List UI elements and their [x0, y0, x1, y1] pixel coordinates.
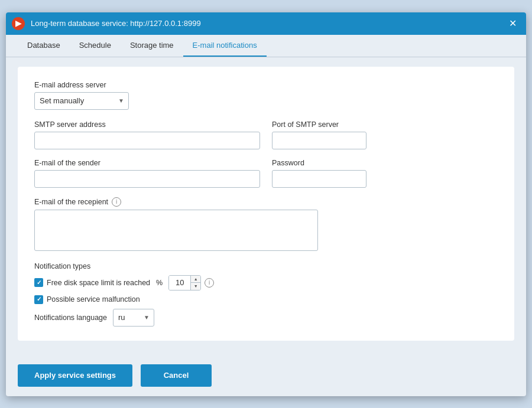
smtp-address-input[interactable]	[34, 132, 260, 149]
smtp-address-label: SMTP server address	[34, 120, 260, 129]
port-input[interactable]	[272, 132, 366, 149]
disk-space-label: Free disk space limit is reached	[47, 279, 150, 287]
spinbox-buttons: ▲ ▼	[190, 276, 200, 290]
sender-email-field: E-mail of the sender	[34, 159, 260, 188]
close-button[interactable]: ✕	[505, 17, 520, 30]
disk-space-checkbox-row: ✓ Free disk space limit is reached % ▲ ▼…	[34, 275, 498, 291]
language-row: Notifications language ru en de fr ▼	[34, 309, 498, 327]
percent-symbol: %	[156, 279, 163, 287]
main-window: ▶ Long-term database service: http://127…	[6, 12, 526, 396]
content-area: E-mail address server Set manually Gmail…	[6, 57, 526, 358]
notification-types-section: Notification types ✓ Free disk space lim…	[34, 262, 498, 327]
titlebar: ▶ Long-term database service: http://127…	[6, 12, 526, 35]
malfunction-check-icon: ✓	[37, 296, 41, 302]
email-server-select-wrapper: Set manually Gmail Yahoo Outlook ▼	[34, 92, 129, 110]
spinbox-up-button[interactable]: ▲	[191, 276, 200, 283]
language-select[interactable]: ru en de fr	[113, 309, 154, 327]
port-field: Port of SMTP server	[272, 120, 498, 149]
recipient-email-input[interactable]	[34, 210, 318, 251]
disk-space-spinbox: ▲ ▼	[168, 275, 201, 291]
smtp-port-row: SMTP server address Port of SMTP server	[34, 120, 498, 149]
cancel-button[interactable]: Cancel	[141, 364, 212, 387]
recipient-label-text: E-mail of the recepient	[34, 198, 108, 206]
malfunction-checkbox[interactable]: ✓	[34, 295, 43, 304]
spinbox-input[interactable]	[169, 276, 190, 290]
tab-bar: Database Schedule Storage time E-mail no…	[6, 35, 526, 57]
settings-panel: E-mail address server Set manually Gmail…	[18, 67, 514, 341]
apply-button[interactable]: Apply service settings	[18, 364, 132, 387]
tab-email-notifications[interactable]: E-mail notifications	[183, 35, 267, 57]
disk-space-checkbox[interactable]: ✓	[34, 278, 43, 287]
sender-password-row: E-mail of the sender Password	[34, 159, 498, 188]
notification-types-label: Notification types	[34, 262, 498, 270]
email-server-select[interactable]: Set manually Gmail Yahoo Outlook	[34, 92, 129, 110]
sender-email-label: E-mail of the sender	[34, 159, 260, 167]
malfunction-label: Possible service malfunction	[47, 295, 140, 303]
password-label: Password	[272, 159, 498, 167]
language-select-wrapper: ru en de fr ▼	[113, 309, 154, 327]
tab-storage-time[interactable]: Storage time	[121, 35, 183, 57]
recipient-field: E-mail of the recepient i	[34, 197, 498, 253]
port-label: Port of SMTP server	[272, 120, 498, 129]
disk-space-check-icon: ✓	[37, 280, 41, 286]
recipient-label: E-mail of the recepient i	[34, 197, 498, 207]
app-icon: ▶	[12, 17, 25, 30]
password-input[interactable]	[272, 170, 366, 188]
tab-database[interactable]: Database	[18, 35, 70, 57]
spinbox-down-button[interactable]: ▼	[191, 282, 200, 290]
window-title: Long-term database service: http://127.0…	[31, 19, 499, 28]
malfunction-checkbox-row: ✓ Possible service malfunction	[34, 295, 498, 304]
email-server-section: E-mail address server Set manually Gmail…	[34, 81, 498, 110]
language-label: Notifications language	[34, 314, 107, 322]
password-field: Password	[272, 159, 498, 188]
sender-email-input[interactable]	[34, 170, 260, 188]
email-server-label: E-mail address server	[34, 81, 498, 89]
recipient-info-icon[interactable]: i	[112, 197, 121, 207]
disk-space-info-icon[interactable]: i	[205, 278, 214, 288]
smtp-address-field: SMTP server address	[34, 120, 260, 149]
tab-schedule[interactable]: Schedule	[70, 35, 121, 57]
footer: Apply service settings Cancel	[6, 358, 526, 396]
